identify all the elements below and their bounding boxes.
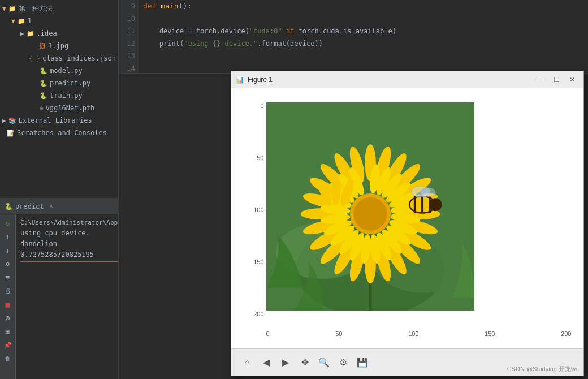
run-tab: 🐍 predict × bbox=[0, 199, 118, 214]
chart-inner: 0 50 100 150 200 bbox=[244, 94, 572, 343]
wrap-button[interactable]: ≡ bbox=[2, 271, 14, 283]
expand-icon: ▼ bbox=[2, 5, 6, 12]
scratch-icon: 📝 bbox=[7, 130, 15, 137]
tree-label: .idea bbox=[37, 29, 57, 37]
folder-icon: 📁 bbox=[8, 5, 16, 12]
jpg-icon: 🖼 bbox=[40, 42, 46, 50]
y-axis-labels: 0 50 100 150 200 bbox=[244, 102, 266, 317]
maximize-button[interactable]: ☐ bbox=[550, 74, 563, 85]
zoom-button[interactable]: 🔍 bbox=[315, 354, 333, 372]
pan-button[interactable]: ✥ bbox=[296, 354, 314, 372]
py-icon: 🐍 bbox=[40, 92, 47, 100]
tree-item-ext-libs[interactable]: ▶ 📚 External Libraries bbox=[0, 114, 118, 127]
y-label-50: 50 bbox=[244, 154, 264, 161]
dandelion-image bbox=[266, 102, 474, 311]
svg-point-53 bbox=[353, 197, 387, 231]
tree-label: train.py bbox=[50, 92, 83, 100]
config-button[interactable]: ⚙ bbox=[334, 354, 352, 372]
home-button[interactable]: ⌂ bbox=[238, 354, 256, 372]
tree-item-train[interactable]: 🐍 train.py bbox=[0, 89, 118, 102]
tree-label: 1 bbox=[28, 17, 32, 25]
x-axis-labels: 0 50 100 150 200 bbox=[266, 330, 572, 337]
run-tab-name: predict bbox=[15, 203, 44, 210]
stop-button[interactable]: ■ bbox=[2, 298, 14, 311]
minimize-button[interactable]: — bbox=[534, 74, 547, 85]
code-line-empty2 bbox=[143, 50, 583, 62]
line-num: 11 bbox=[119, 25, 135, 37]
code-content: def main(): device = torch.device("cuda:… bbox=[139, 0, 588, 62]
tree-label: 第一种方法 bbox=[19, 4, 53, 14]
watermark: CSDN @Studying 开龙wu bbox=[507, 365, 579, 373]
code-line-main: def main(): bbox=[143, 0, 583, 12]
image-container bbox=[266, 102, 474, 311]
json-icon: { } bbox=[29, 55, 40, 62]
y-label-0: 0 bbox=[244, 102, 264, 109]
clear-button[interactable]: ⊗ bbox=[2, 312, 14, 324]
tree-item-predict[interactable]: 🐍 predict.py bbox=[0, 77, 118, 89]
figure-title: 📊 Figure 1 bbox=[236, 76, 273, 84]
figure-window: 📊 Figure 1 — ☐ ✕ 0 50 100 150 200 bbox=[231, 71, 584, 376]
svg-point-63 bbox=[331, 176, 340, 204]
tree-label: model.py bbox=[50, 67, 83, 75]
back-button[interactable]: ◀ bbox=[257, 354, 275, 372]
ext-lib-icon: 📚 bbox=[8, 117, 16, 124]
tree-label: External Libraries bbox=[19, 117, 92, 124]
close-button[interactable]: ✕ bbox=[565, 74, 579, 85]
svg-point-61 bbox=[420, 188, 435, 197]
expand-icon: ▼ bbox=[11, 18, 15, 25]
run-path-line: C:\Users\Administrator\AppData\Local\Pro… bbox=[20, 218, 114, 228]
run-tab-close[interactable]: × bbox=[50, 203, 53, 209]
folder-icon: 📁 bbox=[27, 30, 34, 37]
grid-button[interactable]: ⊞ bbox=[2, 325, 14, 338]
settings-button[interactable]: ⚙ bbox=[2, 257, 14, 270]
tree-item-idea[interactable]: ▶ 📁 .idea bbox=[0, 27, 118, 40]
expand-icon: ▶ bbox=[20, 30, 24, 37]
tree-item-pth[interactable]: ⚙ vgg16Net.pth bbox=[0, 102, 118, 114]
run-cpu-line: using cpu device. bbox=[20, 228, 114, 239]
svg-point-59 bbox=[429, 198, 442, 211]
line-numbers: 9 10 11 12 13 14 bbox=[119, 0, 139, 73]
run-result-line: dandelion 0.7275285720825195 bbox=[20, 239, 114, 260]
tree-label: vgg16Net.pth bbox=[46, 104, 95, 112]
code-editor: 9 10 11 12 13 14 def main(): device = to… bbox=[119, 0, 588, 74]
figure-titlebar: 📊 Figure 1 — ☐ ✕ bbox=[231, 71, 583, 88]
forward-button[interactable]: ▶ bbox=[276, 354, 295, 372]
code-line-device: device = torch.device("cuda:0" if torch.… bbox=[143, 25, 583, 37]
scroll-up-button[interactable]: ↑ bbox=[2, 230, 14, 243]
x-label-0: 0 bbox=[266, 330, 270, 337]
run-panel: 🐍 predict × ↻ ↑ ↓ ⚙ ≡ 🖨 ■ ⊗ ⊞ 📌 🗑 C:\Use… bbox=[0, 198, 119, 379]
py-icon: 🐍 bbox=[40, 80, 47, 87]
tree-item-1[interactable]: ▼ 📁 1 bbox=[0, 15, 118, 27]
print-button[interactable]: 🖨 bbox=[2, 285, 14, 297]
line-num: 14 bbox=[119, 62, 135, 74]
y-label-100: 100 bbox=[244, 206, 264, 213]
tree-item-json[interactable]: { } class_indices.json bbox=[0, 52, 118, 64]
pin-button[interactable]: 📌 bbox=[2, 339, 14, 351]
pth-icon: ⚙ bbox=[40, 105, 44, 112]
folder-icon: 📁 bbox=[18, 18, 25, 25]
run-tab-label[interactable]: 🐍 predict × bbox=[5, 203, 53, 210]
fig-tools: ⌂ ◀ ▶ ✥ 🔍 ⚙ 💾 bbox=[238, 354, 371, 372]
figure-icon: 📊 bbox=[236, 76, 244, 84]
run-toolbar: ↻ ↑ ↓ ⚙ ≡ 🖨 ■ ⊗ ⊞ 📌 🗑 bbox=[0, 214, 16, 379]
rerun-button[interactable]: ↻ bbox=[2, 217, 14, 229]
tree-item-jpg[interactable]: 🖼 1.jpg bbox=[0, 40, 118, 52]
figure-controls: — ☐ ✕ bbox=[534, 74, 579, 85]
code-line-empty bbox=[143, 12, 583, 25]
run-output: C:\Users\Administrator\AppData\Local\Pro… bbox=[16, 214, 118, 379]
line-num: 12 bbox=[119, 37, 135, 50]
py-icon: 🐍 bbox=[40, 67, 47, 75]
tree-item-scratches[interactable]: 📝 Scratches and Consoles bbox=[0, 127, 118, 139]
tree-label: Scratches and Consoles bbox=[17, 129, 107, 137]
tree-label: 1.jpg bbox=[48, 42, 68, 50]
tree-item-model[interactable]: 🐍 model.py bbox=[0, 64, 118, 77]
save-button[interactable]: 💾 bbox=[353, 354, 371, 372]
expand-icon: ▶ bbox=[2, 117, 6, 124]
file-tree: ▼ 📁 第一种方法 ▼ 📁 1 ▶ 📁 .idea 🖼 1.jpg { } bbox=[0, 0, 118, 141]
tree-item-method1[interactable]: ▼ 📁 第一种方法 bbox=[0, 2, 118, 15]
y-label-200: 200 bbox=[244, 311, 264, 317]
tree-label: predict.py bbox=[50, 79, 90, 87]
scroll-down-button[interactable]: ↓ bbox=[2, 244, 14, 256]
line-num: 9 bbox=[119, 0, 135, 12]
trash-button[interactable]: 🗑 bbox=[2, 352, 14, 365]
